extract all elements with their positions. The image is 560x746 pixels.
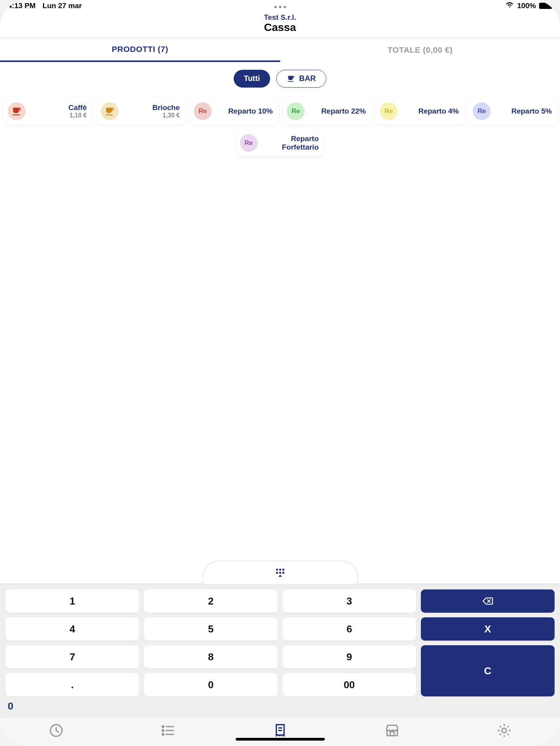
nav-settings-button[interactable] [496, 723, 512, 740]
keypad-display: 0 [5, 699, 555, 714]
battery-percent: 100% [517, 2, 536, 10]
clock-icon [48, 723, 64, 738]
key-6[interactable]: 6 [283, 617, 416, 641]
nav-store-button[interactable] [384, 723, 400, 740]
key-1[interactable]: 1 [5, 589, 139, 613]
key-2[interactable]: 2 [144, 589, 277, 613]
category-filters: Tutti BAR [0, 62, 560, 98]
svg-point-0 [276, 569, 278, 570]
svg-point-3 [276, 572, 278, 574]
key-backspace[interactable] [421, 589, 555, 613]
product-badge: Re [194, 102, 212, 120]
svg-rect-15 [390, 732, 394, 736]
receipt-icon [272, 723, 288, 738]
product-card[interactable]: ReReparto Forfettario [236, 129, 324, 157]
product-card[interactable]: ReReparto 5% [469, 98, 557, 125]
product-badge: Re [240, 134, 258, 152]
nav-history-button[interactable] [48, 723, 64, 740]
svg-point-1 [279, 569, 281, 570]
keypad-icon [275, 567, 286, 578]
tab-products-label: PRODOTTI [112, 45, 155, 54]
tab-total[interactable]: TOTALE (0,00 €) [280, 38, 560, 62]
product-price: 1,30 € [122, 112, 180, 119]
tab-products[interactable]: PRODOTTI (7) [0, 38, 280, 62]
page-title: Cassa [0, 22, 560, 34]
home-indicator[interactable] [236, 738, 325, 741]
key-00[interactable]: 00 [283, 673, 416, 696]
filter-bar-button[interactable]: BAR [276, 70, 326, 88]
bottom-nav [0, 717, 560, 746]
product-name: Reparto 4% [401, 107, 459, 115]
product-name: Brioche [122, 103, 180, 112]
status-time: 4:13 PM [8, 2, 36, 10]
product-name: Caffè [29, 103, 87, 112]
key-multiply[interactable]: X [421, 617, 555, 641]
product-badge: Re [287, 102, 305, 120]
key-clear[interactable]: C [421, 645, 555, 696]
svg-point-2 [282, 569, 284, 570]
key-3[interactable]: 3 [283, 589, 416, 613]
product-name: Reparto 10% [215, 107, 273, 115]
main-tabs: PRODOTTI (7) TOTALE (0,00 €) [0, 38, 560, 62]
tab-products-count: (7) [158, 45, 168, 54]
key-7[interactable]: 7 [5, 645, 139, 668]
product-card[interactable]: ReReparto 22% [283, 98, 371, 125]
svg-point-4 [279, 572, 281, 574]
list-icon [160, 723, 176, 738]
product-badge [8, 102, 26, 120]
nav-list-button[interactable] [160, 723, 176, 740]
store-icon [384, 723, 400, 738]
gear-icon [496, 723, 512, 738]
nav-register-button[interactable] [272, 723, 288, 740]
filter-bar-label: BAR [299, 74, 316, 83]
product-badge: Re [380, 102, 398, 120]
svg-point-8 [162, 730, 164, 731]
tab-total-amount: (0,00 €) [423, 45, 452, 55]
keypad-section: 123456X789C.000 0 [0, 560, 560, 717]
status-bar: 4:13 PM Lun 27 mar 100% [0, 0, 560, 12]
wifi-icon [505, 1, 514, 11]
keypad-toggle-button[interactable] [203, 561, 358, 584]
product-card[interactable]: ReReparto 10% [190, 98, 278, 125]
product-card[interactable]: ReReparto 4% [376, 98, 464, 125]
key-5[interactable]: 5 [144, 617, 277, 641]
key-9[interactable]: 9 [283, 645, 416, 668]
multitask-dots-icon [274, 6, 286, 8]
key-0[interactable]: 0 [144, 673, 277, 696]
product-grid: Caffè1,10 €Brioche1,30 €ReReparto 10%ReR… [0, 98, 560, 157]
product-card[interactable]: Brioche1,30 € [97, 98, 185, 125]
cup-icon [287, 74, 295, 83]
svg-point-16 [502, 728, 507, 733]
battery-icon [539, 3, 552, 9]
key-8[interactable]: 8 [144, 645, 277, 668]
tab-total-label: TOTALE [388, 45, 420, 55]
product-name: Reparto Forfettario [262, 134, 319, 152]
svg-point-7 [162, 726, 164, 727]
company-name: Test S.r.l. [0, 13, 560, 22]
product-card[interactable]: Caffè1,10 € [4, 98, 92, 125]
key-4[interactable]: 4 [5, 617, 139, 641]
product-badge: Re [473, 102, 491, 120]
filter-all-button[interactable]: Tutti [234, 70, 270, 88]
status-date: Lun 27 mar [43, 2, 82, 10]
key-dot[interactable]: . [5, 673, 139, 696]
svg-point-5 [282, 572, 284, 574]
product-badge [101, 102, 119, 120]
header: Test S.r.l. Cassa [0, 12, 560, 38]
filter-all-label: Tutti [244, 74, 260, 83]
product-name: Reparto 5% [495, 107, 552, 115]
svg-point-9 [162, 734, 164, 735]
product-name: Reparto 22% [308, 107, 366, 115]
product-price: 1,10 € [29, 112, 87, 119]
